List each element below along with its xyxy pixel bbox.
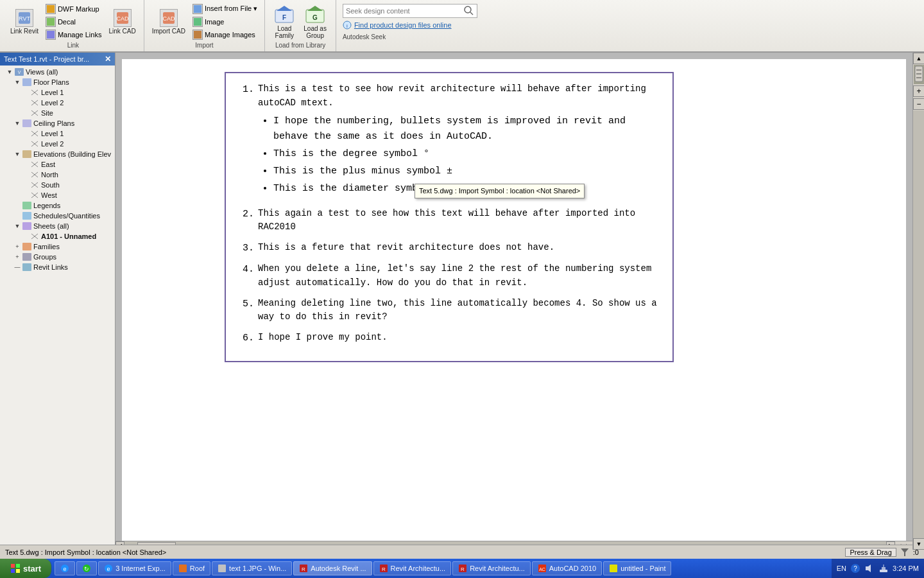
tree-item-level2-cp[interactable]: Level 2 — [0, 139, 115, 149]
decal-button[interactable]: Decal — [44, 16, 104, 28]
taskbar-item-revit-arch-1[interactable]: R Revit Architectu... — [373, 561, 452, 575]
drawing-canvas-area[interactable]: ▲ + − ▼ 1. This is a test — [116, 53, 924, 550]
svg-text:e: e — [64, 566, 67, 572]
bullet-item-4: This is the diameter symbol □ Text 5.dwg… — [273, 181, 662, 196]
svg-rect-84 — [883, 565, 884, 567]
taskbar-item-ie-1[interactable]: e — [55, 561, 75, 575]
item6-text: I hope I prove my point. — [258, 332, 388, 342]
help-icon: ? — [850, 563, 860, 574]
floor-plans-toggle[interactable]: ▼ — [13, 78, 22, 87]
scroll-up-button[interactable]: ▲ — [913, 53, 924, 64]
taskbar-item-ie-2[interactable]: ↻ — [76, 561, 97, 575]
tree-item-schedules[interactable]: Schedules/Quantities — [0, 211, 115, 221]
bullet-item-3: This is the plus minus symbol ± — [273, 164, 662, 179]
manage-images-icon — [193, 30, 203, 40]
manage-images-button[interactable]: Manage Images — [191, 29, 259, 40]
tree-item-elevations[interactable]: ▼ Elevations (Building Elev — [0, 149, 115, 159]
elevations-toggle[interactable]: ▼ — [13, 150, 22, 159]
svg-text:V: V — [18, 70, 21, 74]
item6-number: 6. — [243, 331, 258, 346]
manage-links-button[interactable]: Manage Links — [44, 29, 104, 40]
autodesk-revit-icon: R — [299, 564, 308, 573]
taskbar-item-autocad[interactable]: AC AutoCAD 2010 — [532, 561, 602, 575]
import-cad-button[interactable]: CAD Import CAD — [150, 8, 188, 36]
tree-item-south[interactable]: South — [0, 180, 115, 190]
tree-item-revit-links[interactable]: — Revit Links — [0, 262, 115, 272]
svg-rect-69 — [218, 565, 226, 572]
dwf-markup-label: DWF Markup — [58, 5, 99, 13]
scroll-down-button[interactable]: ▼ — [913, 538, 924, 550]
families-toggle[interactable]: + — [13, 242, 22, 251]
network-icon — [878, 563, 889, 574]
tree-item-level2-fp[interactable]: Level 2 — [0, 98, 115, 108]
taskbar-item-revit-arch-2[interactable]: R Revit Architectu... — [452, 561, 531, 575]
ceiling-plans-toggle[interactable]: ▼ — [13, 119, 22, 128]
dwf-markup-button[interactable]: DWF Markup — [44, 3, 104, 15]
project-browser-panel: Text Test 1.rvt - Project br... ✕ ▼ V Vi… — [0, 53, 116, 550]
tree-item-level1-cp[interactable]: Level 1 — [0, 128, 115, 139]
svg-text:F: F — [282, 14, 286, 21]
press-drag-button[interactable]: Press & Drag — [845, 548, 896, 557]
drawing-area[interactable]: 1. This is a test to see how revit archi… — [122, 59, 906, 541]
tree-item-legends[interactable]: Legends — [0, 200, 115, 211]
image-button[interactable]: Image — [191, 16, 259, 28]
windows-icon — [10, 563, 21, 574]
zoom-out-button[interactable]: − — [913, 98, 924, 110]
load-family-button[interactable]: F LoadFamily — [270, 3, 298, 40]
scroll-track-vertical[interactable] — [913, 110, 924, 538]
load-as-group-button[interactable]: G Load asGroup — [300, 3, 330, 40]
south-icon — [30, 180, 40, 189]
vertical-scrollbar[interactable]: ▲ + − ▼ — [912, 53, 924, 550]
start-button[interactable]: start — [0, 559, 52, 578]
tree-item-groups[interactable]: + Groups — [0, 252, 115, 262]
decal-icon — [46, 17, 56, 27]
tree-item-sheets-all[interactable]: ▼ Sheets (all) — [0, 221, 115, 231]
taskbar-item-ie-window[interactable]: e 3 Internet Exp... — [98, 561, 171, 575]
taskbar-item-roof[interactable]: Roof — [173, 561, 210, 575]
bullet-item-2: This is the degree symbol ° — [273, 146, 662, 161]
find-online-row: i Find product design files online — [343, 21, 477, 30]
seek-input[interactable] — [346, 7, 461, 15]
tree-item-site[interactable]: Site — [0, 108, 115, 118]
east-label: East — [41, 161, 55, 168]
tree-item-east[interactable]: East — [0, 159, 115, 170]
text-item-6: 6. I hope I prove my point. — [243, 331, 662, 346]
svg-text:CAD: CAD — [116, 15, 129, 22]
sheets-toggle[interactable]: ▼ — [13, 222, 22, 231]
load-family-label: LoadFamily — [275, 25, 294, 39]
insert-from-file-button[interactable]: Insert from File ▾ — [191, 3, 259, 15]
item2-number: 2. — [243, 207, 258, 234]
link-revit-icon: RVT — [15, 9, 33, 27]
zoom-all-button[interactable] — [914, 65, 924, 84]
tree-item-families[interactable]: + Families — [0, 241, 115, 252]
legends-icon — [22, 201, 32, 210]
groups-toggle[interactable]: + — [13, 252, 22, 261]
link-revit-button[interactable]: RVT Link Revit — [8, 8, 41, 36]
taskbar-items: e ↻ e 3 Internet Exp... Roof text 1.JPG … — [52, 559, 832, 578]
imported-text-box[interactable]: 1. This is a test to see how revit archi… — [225, 72, 674, 362]
taskbar-item-paint[interactable]: untitled - Paint — [603, 561, 671, 575]
tree-item-ceiling-plans[interactable]: ▼ Ceiling Plans — [0, 118, 115, 128]
panel-title: Text Test 1.rvt - Project br... — [4, 55, 89, 63]
tree-item-west[interactable]: West — [0, 190, 115, 200]
tree-item-level1-fp[interactable]: Level 1 — [0, 87, 115, 98]
zoom-in-button[interactable]: + — [913, 85, 924, 97]
tree-item-views-all[interactable]: ▼ V Views (all) — [0, 67, 115, 77]
find-online-link[interactable]: Find product design files online — [354, 21, 452, 29]
tree-item-north[interactable]: North — [0, 170, 115, 180]
panel-close-button[interactable]: ✕ — [105, 55, 111, 64]
tree-item-a101[interactable]: A101 - Unnamed — [0, 231, 115, 241]
seek-input-container[interactable] — [343, 4, 477, 18]
link-cad-button[interactable]: CAD Link CAD — [106, 8, 138, 36]
taskbar-item-autodesk-revit[interactable]: R Autodesk Revit ... — [293, 561, 372, 575]
status-text: Text 5.dwg : Import Symbol : location <N… — [5, 548, 166, 556]
tree-item-floor-plans[interactable]: ▼ Floor Plans — [0, 77, 115, 87]
svg-rect-36 — [22, 150, 31, 158]
item3-text: This is a feture that revit architecture… — [258, 242, 554, 252]
svg-text:↻: ↻ — [84, 566, 89, 572]
views-toggle[interactable]: ▼ — [5, 67, 14, 76]
text-jpg-icon — [218, 564, 227, 573]
svg-rect-2 — [47, 5, 55, 13]
west-icon — [30, 191, 40, 200]
taskbar-item-text-jpg[interactable]: text 1.JPG - Win... — [212, 561, 292, 575]
